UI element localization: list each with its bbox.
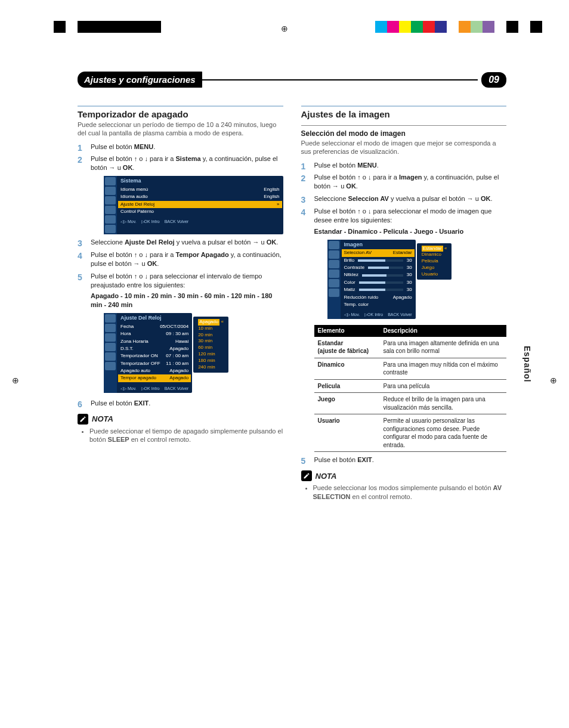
table-row: Estandar(ajuste de fábrica) Para una ima… xyxy=(314,337,507,358)
step-4: Pulse el botón ↑ o ↓ para seleccionar el… xyxy=(301,207,507,452)
pencil-icon xyxy=(78,414,88,425)
black-squares xyxy=(42,21,161,33)
sleep-timer-options: Apagado - 10 min - 20 min - 30 min - 60 … xyxy=(91,292,283,309)
note-title: NOTA xyxy=(92,414,113,423)
step-5: Pulse el botón EXIT. xyxy=(301,456,507,464)
osd-side-icons xyxy=(327,240,341,320)
picture-mode-steps: Pulse el botón MENU. Pulse el botón ↑ o … xyxy=(301,161,507,465)
table-row: Dinamico Para una imagen muy nítida con … xyxy=(314,358,507,379)
step-4: Pulse el botón ↑ o ↓ para ir a Tempor Ap… xyxy=(78,250,283,268)
note-heading: NOTA xyxy=(301,470,507,481)
osd-sistema: Sistema Idioma menúEnglish Idioma audioE… xyxy=(104,176,283,234)
step-3: Seleccione Seleccion AV y vuelva a pulsa… xyxy=(301,194,507,203)
right-column: Ajustes de la imagen Selección del modo … xyxy=(301,106,507,728)
note-list: Puede seleccionar los modos simplemente … xyxy=(301,484,507,501)
right-arrow-icon: → xyxy=(252,238,259,246)
sleep-timer-intro: Puede seleccionar un período de tiempo d… xyxy=(78,120,283,138)
step-6: Pulse el botón EXIT. xyxy=(78,399,283,408)
table-row: Pelicula Para una película xyxy=(314,379,507,393)
right-arrow-icon: → xyxy=(332,182,339,190)
step-2: Pulse el botón ↑ o ↓ para ir a Imagen y,… xyxy=(301,173,507,191)
osd-title: Ajuste Del Reloj xyxy=(120,315,188,322)
note-item: Puede seleccionar los modos simplemente … xyxy=(313,484,507,501)
osd-side-icons xyxy=(104,313,117,393)
osd-footer: ◁▷ Mov. ▷OK Intro BACK Volver xyxy=(344,312,412,317)
osd-popup-av: Estandar « Dinamico Pelicula Juego Usuar… xyxy=(417,243,452,280)
osd-imagen: Imagen Seleccion AVEstandar Brillo30 Con… xyxy=(327,240,416,320)
table-row: Juego Reduce el brillo de la imagen para… xyxy=(314,393,507,414)
osd-popup-sleep: Apagado « 10 min 20 min 30 min 60 min 12… xyxy=(193,317,228,373)
step-2: Pulse el botón ↑ o ↓ para ir a Sistema y… xyxy=(78,154,283,234)
step-5: Pulse el botón ↑ o ↓ para seleccionar el… xyxy=(78,272,283,393)
pencil-icon xyxy=(301,470,312,481)
osd-side-icons xyxy=(104,176,117,234)
picture-settings-heading: Ajustes de la imagen xyxy=(301,106,507,119)
note-list: Puede seleccionar el tiempo de apagado s… xyxy=(78,427,283,444)
picture-mode-intro: Puede seleccionar el modo de imagen que … xyxy=(301,139,507,156)
note-title: NOTA xyxy=(316,472,337,481)
osd-row: Idioma audioEnglish xyxy=(120,193,280,200)
picture-mode-subheading: Selección del modo de imagen xyxy=(301,125,507,138)
note-heading: NOTA xyxy=(78,414,283,425)
osd-ajuste-reloj: Ajuste Del Reloj Fecha05/OCT/2004 Hora09… xyxy=(104,313,192,393)
center-cross-icon: ⊕ xyxy=(281,24,288,33)
table-header-description: Descripción xyxy=(380,325,507,337)
osd-title: Sistema xyxy=(120,178,280,185)
step-1: Pulse el botón MENU. xyxy=(301,161,507,170)
table-row: Usuario Permite al usuario personalizar … xyxy=(314,414,507,452)
picture-mode-table: Elemento Descripción Estandar(ajuste de … xyxy=(314,325,507,452)
step-3: Seleccione Ajuste Del Reloj y vuelva a p… xyxy=(78,238,283,247)
sleep-timer-steps: Pulse el botón MENU. Pulse el botón ↑ o … xyxy=(78,142,283,408)
language-side-tab: Español xyxy=(522,346,532,382)
picture-mode-options: Estandar - Dinamico - Pelicula - Juego -… xyxy=(314,227,507,236)
header-rule xyxy=(202,79,478,80)
sleep-timer-heading: Temporizador de apagado xyxy=(78,106,283,119)
right-arrow-icon: → xyxy=(134,260,140,267)
osd-row: Idioma menúEnglish xyxy=(120,186,280,193)
registration-marks-top: ⊕ xyxy=(0,0,569,36)
note-item: Puede seleccionar el tiempo de apagado s… xyxy=(89,427,283,444)
osd-footer: ◁▷ Mov. ▷OK Intro BACK Volver xyxy=(120,386,188,391)
chapter-title: Ajustes y configuraciones xyxy=(78,72,202,88)
chapter-number: 09 xyxy=(481,72,506,88)
step-1: Pulse el botón MENU. xyxy=(78,142,283,151)
chapter-header: Ajustes y configuraciones 09 xyxy=(78,72,506,88)
right-arrow-icon: → xyxy=(109,164,116,171)
osd-row-highlighted: Ajuste Del Reloj» xyxy=(118,201,282,208)
table-header-element: Elemento xyxy=(314,325,380,337)
osd-footer: ◁▷ Mov. ▷OK Intro BACK Volver xyxy=(120,219,280,224)
color-squares xyxy=(375,21,542,33)
left-column: Temporizador de apagado Puede selecciona… xyxy=(78,106,283,728)
right-arrow-icon: → xyxy=(467,195,474,202)
osd-title: Imagen xyxy=(344,241,412,249)
osd-row: Control Paterno xyxy=(120,208,280,215)
